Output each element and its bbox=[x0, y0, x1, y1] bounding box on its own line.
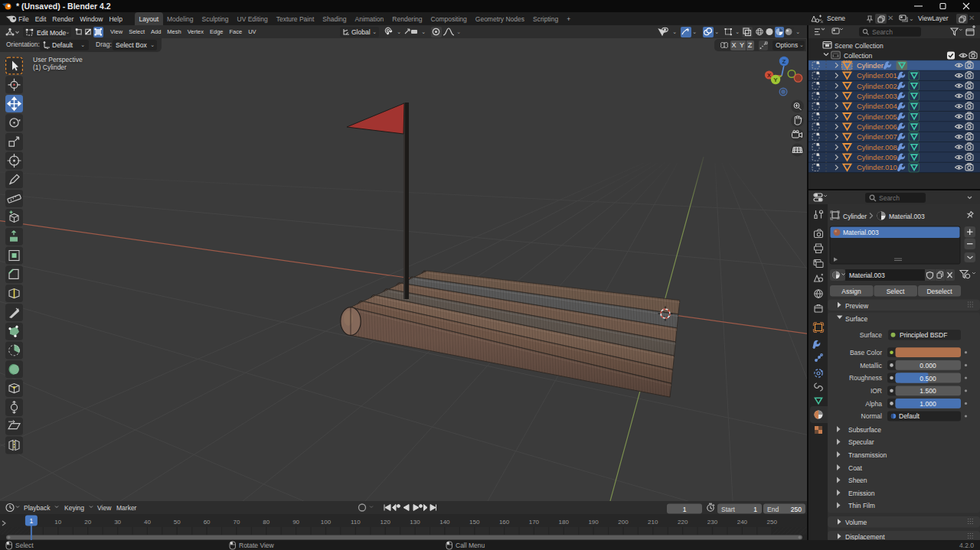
svg-text:X: X bbox=[767, 72, 771, 79]
svg-text:Thin Film: Thin Film bbox=[848, 502, 875, 509]
svg-text:Y: Y bbox=[773, 76, 778, 83]
svg-text:Alpha: Alpha bbox=[865, 400, 882, 408]
svg-text:Rotate View: Rotate View bbox=[239, 542, 275, 549]
svg-text:210: 210 bbox=[648, 519, 658, 526]
svg-text:Cylinder.005: Cylinder.005 bbox=[857, 112, 897, 121]
svg-text:1: 1 bbox=[753, 506, 757, 513]
svg-text:130: 130 bbox=[410, 519, 420, 526]
svg-text:190: 190 bbox=[588, 519, 599, 526]
svg-text:100: 100 bbox=[321, 519, 332, 526]
svg-text:Search: Search bbox=[872, 28, 893, 36]
svg-text:Playback: Playback bbox=[24, 504, 51, 512]
svg-text:IOR: IOR bbox=[871, 387, 882, 395]
svg-text:160: 160 bbox=[499, 519, 510, 526]
svg-text:Cylinder.004: Cylinder.004 bbox=[857, 102, 897, 110]
svg-text:1: 1 bbox=[683, 506, 687, 513]
svg-text:0.500: 0.500 bbox=[920, 375, 936, 382]
svg-text:Sheen: Sheen bbox=[848, 477, 867, 484]
svg-text:90: 90 bbox=[292, 519, 299, 526]
svg-text:230: 230 bbox=[707, 519, 718, 526]
svg-text:Base Color: Base Color bbox=[850, 349, 882, 356]
svg-text:Cylinder.006: Cylinder.006 bbox=[857, 122, 897, 131]
svg-text:Deselect: Deselect bbox=[926, 288, 952, 295]
svg-text:Normal: Normal bbox=[861, 412, 883, 420]
svg-text:40: 40 bbox=[144, 519, 151, 526]
svg-text:170: 170 bbox=[529, 519, 540, 526]
svg-text:⌄: ⌄ bbox=[672, 28, 677, 35]
svg-text:Cylinder.007: Cylinder.007 bbox=[857, 132, 897, 141]
svg-text:Cylinder.009: Cylinder.009 bbox=[857, 153, 897, 161]
svg-text:Collection: Collection bbox=[844, 52, 873, 60]
svg-text:Surface: Surface bbox=[860, 331, 883, 339]
svg-text:150: 150 bbox=[469, 519, 480, 526]
svg-text:Metallic: Metallic bbox=[860, 362, 883, 369]
svg-text:Marker: Marker bbox=[116, 504, 137, 512]
svg-text:Material.003: Material.003 bbox=[889, 213, 925, 220]
svg-text:250: 250 bbox=[791, 506, 802, 513]
svg-text:50: 50 bbox=[174, 519, 181, 526]
svg-text:Roughness: Roughness bbox=[849, 374, 882, 382]
svg-text:1.000: 1.000 bbox=[920, 400, 936, 408]
svg-text:Z: Z bbox=[782, 58, 786, 65]
svg-text:Principled BSDF: Principled BSDF bbox=[900, 331, 947, 339]
svg-text:Cylinder: Cylinder bbox=[857, 61, 884, 70]
svg-text:30: 30 bbox=[114, 519, 121, 526]
svg-text:Keying: Keying bbox=[64, 504, 84, 512]
svg-text:Preview: Preview bbox=[845, 302, 869, 310]
svg-text:End: End bbox=[767, 506, 779, 513]
svg-text:220: 220 bbox=[678, 519, 688, 526]
svg-text:1: 1 bbox=[30, 517, 34, 525]
svg-text:⌄: ⌄ bbox=[456, 28, 461, 35]
svg-text:200: 200 bbox=[618, 519, 629, 526]
svg-text:20: 20 bbox=[84, 519, 91, 526]
svg-text:60: 60 bbox=[204, 519, 211, 526]
svg-text:Material.003: Material.003 bbox=[843, 229, 879, 236]
svg-text:Coat: Coat bbox=[848, 464, 863, 472]
svg-text:Call Menu: Call Menu bbox=[456, 542, 485, 549]
svg-text:110: 110 bbox=[351, 519, 361, 526]
svg-text:10: 10 bbox=[54, 519, 61, 526]
svg-text:4.2.0: 4.2.0 bbox=[959, 542, 974, 549]
svg-text:0.000: 0.000 bbox=[920, 362, 936, 369]
svg-text:Assign: Assign bbox=[841, 288, 861, 295]
svg-text:⌄: ⌄ bbox=[397, 28, 401, 35]
svg-text:Cylinder.001: Cylinder.001 bbox=[857, 71, 897, 80]
svg-text:Cylinder.002: Cylinder.002 bbox=[857, 82, 897, 90]
svg-text:70: 70 bbox=[233, 519, 240, 526]
svg-text:Emission: Emission bbox=[848, 490, 875, 497]
svg-text:Select: Select bbox=[887, 288, 905, 295]
svg-text:Displacement: Displacement bbox=[845, 533, 885, 540]
svg-text:Cylinder.010: Cylinder.010 bbox=[857, 163, 897, 171]
svg-text:240: 240 bbox=[737, 519, 748, 526]
svg-text:Cylinder: Cylinder bbox=[843, 213, 867, 220]
svg-text:140: 140 bbox=[439, 519, 450, 526]
svg-text:Select: Select bbox=[15, 542, 34, 549]
svg-text:250: 250 bbox=[767, 519, 778, 526]
svg-text:Scene Collection: Scene Collection bbox=[835, 42, 884, 50]
svg-text:Material.003: Material.003 bbox=[849, 272, 885, 279]
svg-text:120: 120 bbox=[381, 519, 391, 526]
svg-text:View: View bbox=[97, 504, 112, 512]
svg-text:Subsurface: Subsurface bbox=[848, 426, 881, 434]
svg-text:Start: Start bbox=[721, 506, 736, 513]
svg-text:1.500: 1.500 bbox=[920, 387, 936, 395]
svg-text:Specular: Specular bbox=[848, 438, 874, 446]
svg-text:Cylinder.003: Cylinder.003 bbox=[857, 92, 897, 100]
svg-text:Surface: Surface bbox=[845, 315, 868, 323]
svg-text:⌄: ⌄ bbox=[421, 28, 426, 35]
svg-text:Cylinder.008: Cylinder.008 bbox=[857, 143, 897, 151]
svg-text:Volume: Volume bbox=[845, 519, 867, 526]
svg-text:Search: Search bbox=[879, 194, 900, 202]
svg-text:Default: Default bbox=[899, 412, 920, 420]
svg-text:Transmission: Transmission bbox=[848, 451, 887, 459]
svg-text:180: 180 bbox=[559, 519, 570, 526]
svg-text:⌄: ⌄ bbox=[735, 28, 740, 35]
svg-text:80: 80 bbox=[263, 519, 270, 526]
